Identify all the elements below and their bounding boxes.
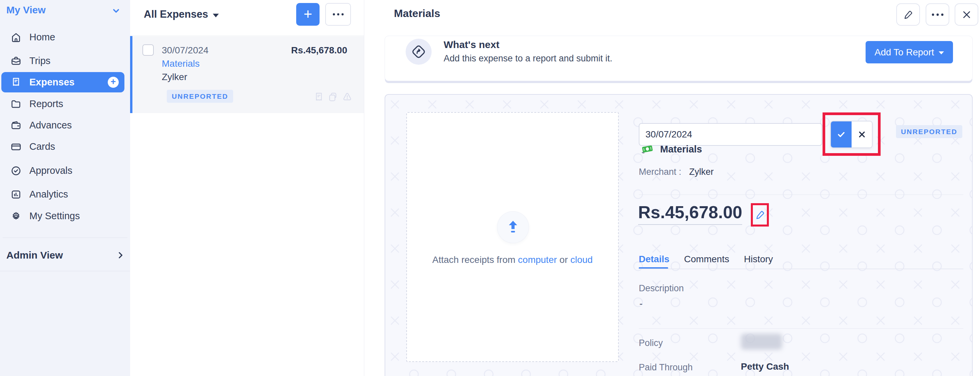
sidebar-item-analytics[interactable]: Analytics: [2, 184, 124, 204]
description-value: -: [640, 298, 643, 309]
cancel-date-button[interactable]: [851, 121, 872, 147]
add-expense-icon[interactable]: +: [108, 77, 119, 88]
paid-through-value: Petty Cash: [741, 361, 789, 372]
edit-expense-button[interactable]: [896, 3, 920, 26]
list-header: All Expenses +: [130, 0, 364, 36]
expense-amount-display: Rs.45,678.00: [638, 202, 742, 222]
sidebar-item-label: Approvals: [29, 165, 72, 176]
new-expense-button[interactable]: +: [296, 3, 320, 26]
copy-icon: [328, 92, 338, 102]
detail-more-button[interactable]: [926, 3, 949, 26]
ellipsis-icon: [931, 13, 944, 16]
tabs-divider: [639, 269, 963, 269]
merchant-label: Merchant :: [639, 167, 681, 177]
sidebar-item-approvals[interactable]: Approvals: [2, 161, 124, 181]
attach-hint: Attach receipts from computer or cloud: [407, 255, 618, 265]
close-detail-button[interactable]: [955, 3, 978, 26]
signpost-arrow-icon: [411, 44, 426, 59]
folder-icon: [10, 98, 22, 110]
expense-list-panel: All Expenses + 30/07/2024 Rs.45,678.00 M…: [130, 0, 364, 376]
admin-view-label: Admin View: [6, 250, 63, 261]
sidebar-item-label: My Settings: [29, 210, 80, 221]
paid-through-label: Paid Through: [639, 362, 693, 373]
upload-circle[interactable]: [497, 212, 529, 243]
edit-amount-button[interactable]: [754, 206, 767, 223]
detail-panel: Materials What's next Add this exp: [364, 0, 980, 376]
sidebar-item-label: Home: [29, 32, 55, 43]
expense-item-icons: [314, 92, 352, 102]
triangle-down-icon: [939, 51, 944, 54]
sidebar-item-my-settings[interactable]: My Settings: [2, 206, 124, 226]
category-name: Materials: [660, 144, 702, 155]
sidebar-item-label: Analytics: [29, 189, 68, 200]
merchant-row: Merchant : Zylker: [639, 167, 714, 177]
status-badge: UNREPORTED: [896, 125, 963, 138]
status-badge: UNREPORTED: [167, 90, 233, 103]
list-filter-dropdown[interactable]: All Expenses: [144, 8, 219, 20]
chevron-down-icon[interactable]: [111, 6, 121, 15]
expense-list-item[interactable]: 30/07/2024 Rs.45,678.00 Materials Zylker…: [130, 36, 364, 113]
policy-label: Policy: [639, 338, 663, 348]
divider: [639, 328, 963, 329]
expense-category-link[interactable]: Materials: [162, 58, 200, 69]
expense-amount: Rs.45,678.00: [291, 45, 347, 56]
sidebar-item-expenses[interactable]: Expenses +: [2, 72, 124, 92]
divider: [639, 194, 963, 195]
home-icon: [10, 31, 22, 43]
description-label: Description: [639, 283, 684, 293]
attach-hint-text: Attach receipts from: [432, 255, 515, 265]
check-circle-icon: [10, 165, 22, 177]
wallet-icon: [10, 119, 22, 131]
sidebar-item-admin-view[interactable]: Admin View: [0, 247, 130, 264]
sidebar-item-home[interactable]: Home: [2, 27, 124, 47]
warning-triangle-icon: [342, 92, 352, 102]
gear-icon: [10, 210, 22, 222]
list-more-button[interactable]: [325, 3, 351, 26]
view-switcher-label: My View: [6, 4, 46, 15]
attach-cloud-link[interactable]: cloud: [570, 255, 593, 265]
whats-next-title: What's next: [444, 39, 500, 50]
policy-value-redacted: [741, 334, 782, 350]
app-window: My View Home Trips Expenses +: [0, 0, 980, 376]
whats-next-subtitle: Add this expense to a report and submit …: [444, 53, 612, 64]
merchant-value: Zylker: [689, 167, 714, 177]
attach-computer-link[interactable]: computer: [518, 255, 557, 265]
sidebar-item-trips[interactable]: Trips: [2, 51, 124, 71]
sidebar-item-label: Expenses: [29, 77, 75, 88]
whats-next-icon-circle: [406, 39, 432, 65]
date-input[interactable]: [639, 123, 822, 146]
attach-or-text: or: [559, 255, 568, 265]
expense-detail-card: Attach receipts from computer or cloud: [385, 94, 973, 376]
receipt-missing-icon: [314, 92, 323, 102]
sidebar-divider: [3, 237, 127, 238]
credit-card-icon: [10, 141, 22, 153]
receipt-dropzone[interactable]: Attach receipts from computer or cloud: [406, 112, 619, 362]
expense-date: 30/07/2024: [162, 45, 208, 56]
sidebar-item-label: Reports: [29, 99, 64, 110]
triangle-down-icon: [213, 14, 219, 18]
sidebar-divider: [0, 271, 130, 271]
receipt-icon: [10, 76, 22, 88]
sidebar-item-cards[interactable]: Cards: [2, 137, 124, 157]
money-icon: [641, 143, 654, 155]
check-icon: [837, 130, 846, 139]
expense-checkbox[interactable]: [142, 45, 154, 56]
sidebar: My View Home Trips Expenses +: [0, 0, 130, 376]
category-row: Materials: [641, 143, 702, 155]
page-title: Materials: [394, 7, 440, 20]
pencil-icon: [903, 10, 913, 20]
add-to-report-label: Add To Report: [875, 47, 934, 58]
close-icon: [962, 10, 972, 20]
date-confirm-group: [830, 121, 873, 148]
whats-next-card: What's next Add this expense to a report…: [385, 36, 973, 81]
selected-indicator: [130, 36, 132, 113]
view-switcher[interactable]: My View: [6, 4, 46, 16]
x-icon: [858, 131, 866, 139]
pencil-icon: [755, 210, 765, 220]
list-filter-label: All Expenses: [144, 8, 208, 20]
confirm-date-button[interactable]: [831, 121, 851, 147]
ellipsis-icon: [332, 13, 344, 16]
sidebar-item-reports[interactable]: Reports: [2, 94, 124, 114]
add-to-report-button[interactable]: Add To Report: [865, 41, 953, 64]
sidebar-item-advances[interactable]: Advances: [2, 115, 124, 135]
